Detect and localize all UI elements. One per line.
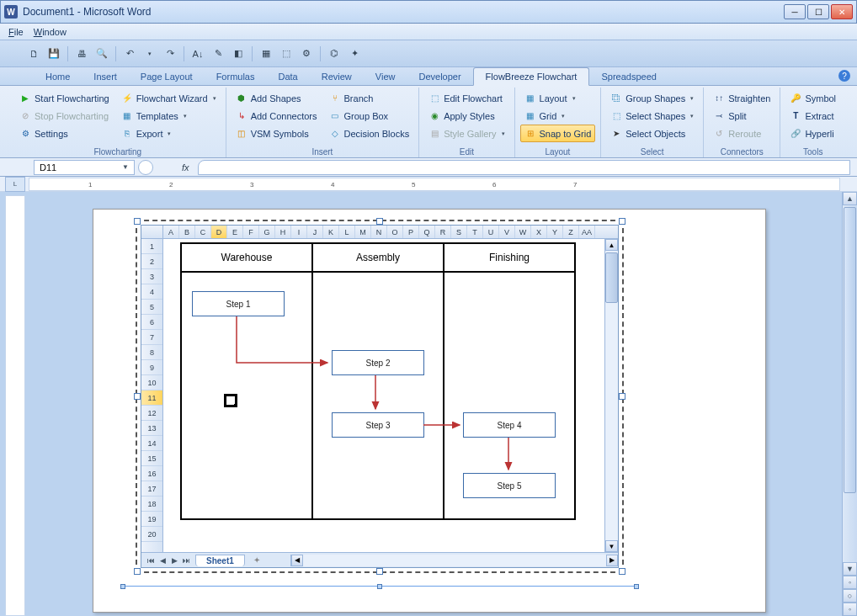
minimize-button[interactable]: ─ xyxy=(784,4,806,19)
straighten-button[interactable]: ↕↑Straighten xyxy=(709,89,774,107)
page-down-icon[interactable]: ◦ xyxy=(843,603,857,616)
select-objects-button[interactable]: ➤Select Objects xyxy=(606,125,698,142)
hyperlink-button[interactable]: 🔗Hyperli xyxy=(785,125,840,142)
vscroll-thumb[interactable] xyxy=(605,252,618,303)
settings-button[interactable]: ⚙Settings xyxy=(15,125,114,142)
tab-formulas[interactable]: Formulas xyxy=(205,68,267,85)
col-header-U[interactable]: U xyxy=(483,226,499,238)
resize-handle-nw[interactable] xyxy=(134,218,141,225)
undo-dropdown-icon[interactable]: ▾ xyxy=(141,45,158,62)
maximize-button[interactable]: ☐ xyxy=(807,4,829,19)
col-header-M[interactable]: M xyxy=(355,226,371,238)
tool-icon[interactable]: ⚙ xyxy=(298,45,315,62)
row-header-2[interactable]: 2 xyxy=(141,254,162,269)
col-header-H[interactable]: H xyxy=(275,226,291,238)
scroll-up-icon[interactable]: ▲ xyxy=(605,239,618,251)
redo-icon[interactable]: ↷ xyxy=(162,45,178,62)
col-header-S[interactable]: S xyxy=(451,226,467,238)
obj-dot-left[interactable] xyxy=(120,584,125,589)
pencil-icon[interactable]: ✎ xyxy=(210,45,226,62)
col-header-R[interactable]: R xyxy=(435,226,451,238)
resize-handle-e[interactable] xyxy=(619,393,625,400)
tab-view[interactable]: View xyxy=(364,68,407,85)
step-3-box[interactable]: Step 3 xyxy=(332,412,424,438)
row-header-18[interactable]: 18 xyxy=(141,497,162,512)
col-header-W[interactable]: W xyxy=(515,226,531,238)
resize-handle-n[interactable] xyxy=(376,218,383,225)
resize-handle-sw[interactable] xyxy=(134,568,141,575)
row-header-17[interactable]: 17 xyxy=(141,481,162,497)
tab-spreadspeed[interactable]: Spreadspeed xyxy=(589,68,668,85)
col-header-D[interactable]: D xyxy=(211,226,227,238)
select-all-corner[interactable] xyxy=(141,226,163,238)
new-sheet-icon[interactable]: ✦ xyxy=(248,555,265,565)
export-button[interactable]: ⎘Export▾ xyxy=(117,125,221,142)
tab-review[interactable]: Review xyxy=(310,68,364,85)
row-header-11[interactable]: 11 xyxy=(141,390,162,406)
save-icon[interactable]: 💾 xyxy=(45,45,62,62)
start-flowcharting-button[interactable]: ▶Start Flowcharting xyxy=(15,89,114,107)
apply-styles-button[interactable]: ◉Apply Styles xyxy=(424,107,508,125)
hierarchy-icon[interactable]: ⌬ xyxy=(326,45,343,62)
group-box-button[interactable]: ▭Group Box xyxy=(325,107,414,125)
col-header-V[interactable]: V xyxy=(499,226,515,238)
col-header-Z[interactable]: Z xyxy=(563,226,579,238)
tab-last-icon[interactable]: ⏭ xyxy=(180,556,192,565)
scroll-left-icon[interactable]: ◀ xyxy=(291,555,303,566)
sheet-tab-1[interactable]: Sheet1 xyxy=(195,555,245,566)
col-header-Y[interactable]: Y xyxy=(547,226,563,238)
tab-next-icon[interactable]: ▶ xyxy=(168,556,180,565)
main-vscrollbar[interactable]: ▲ ▼ ◦ ○ ◦ xyxy=(842,192,857,616)
edit-flowchart-button[interactable]: ⬚Edit Flowchart xyxy=(424,89,508,107)
col-header-G[interactable]: G xyxy=(259,226,275,238)
sort-icon[interactable]: A↓ xyxy=(189,45,206,62)
col-header-N[interactable]: N xyxy=(371,226,387,238)
col-header-T[interactable]: T xyxy=(467,226,483,238)
menu-window[interactable]: Window xyxy=(29,25,72,39)
cells-area[interactable]: Warehouse Assembly Finishing Step 1 xyxy=(163,239,604,552)
group-shapes-button[interactable]: ⿻Group Shapes▾ xyxy=(606,89,698,107)
menu-file[interactable]: File xyxy=(3,25,29,39)
row-header-4[interactable]: 4 xyxy=(141,284,162,300)
templates-button[interactable]: ▦Templates▾ xyxy=(117,107,221,125)
row-header-16[interactable]: 16 xyxy=(141,466,162,481)
style-gallery-button[interactable]: ▤Style Gallery▾ xyxy=(424,125,508,142)
add-connectors-button[interactable]: ↳Add Connectors xyxy=(232,107,322,125)
obj-dot-mid[interactable] xyxy=(377,584,382,589)
col-header-J[interactable]: J xyxy=(307,226,323,238)
step-1-box[interactable]: Step 1 xyxy=(192,291,285,316)
embedded-spreadsheet[interactable]: ABCDEFGHIJKLMNOPQRSTUVWXYZAA 12345678910… xyxy=(136,220,624,573)
main-scroll-down-icon[interactable]: ▼ xyxy=(843,562,857,576)
flowchart-wizard-button[interactable]: ⚡Flowchart Wizard▾ xyxy=(117,89,221,107)
browse-object-icon[interactable]: ○ xyxy=(843,589,857,603)
row-header-7[interactable]: 7 xyxy=(141,330,162,345)
close-button[interactable]: ✕ xyxy=(831,4,853,19)
col-header-O[interactable]: O xyxy=(387,226,403,238)
sparkle-icon[interactable]: ✦ xyxy=(346,45,363,62)
resize-handle-s[interactable] xyxy=(376,568,383,575)
row-header-3[interactable]: 3 xyxy=(141,269,162,284)
col-header-AA[interactable]: AA xyxy=(579,226,595,238)
row-header-15[interactable]: 15 xyxy=(141,451,162,466)
symbol-button[interactable]: 🔑Symbol xyxy=(785,89,840,107)
col-header-K[interactable]: K xyxy=(323,226,339,238)
row-header-9[interactable]: 9 xyxy=(141,360,162,375)
col-header-A[interactable]: A xyxy=(163,226,179,238)
help-icon[interactable]: ? xyxy=(838,70,850,82)
col-header-C[interactable]: C xyxy=(195,226,211,238)
formula-input[interactable] xyxy=(198,160,850,175)
row-header-10[interactable]: 10 xyxy=(141,375,162,390)
scroll-down-icon[interactable]: ▼ xyxy=(605,540,618,552)
resize-handle-w[interactable] xyxy=(134,393,141,400)
row-header-5[interactable]: 5 xyxy=(141,300,162,315)
page-up-icon[interactable]: ◦ xyxy=(843,576,857,589)
main-scroll-up-icon[interactable]: ▲ xyxy=(843,192,857,205)
step-4-box[interactable]: Step 4 xyxy=(463,412,556,438)
select-shapes-button[interactable]: ⬚Select Shapes▾ xyxy=(606,107,698,125)
tab-page-layout[interactable]: Page Layout xyxy=(129,68,205,85)
row-header-20[interactable]: 20 xyxy=(141,527,162,542)
resize-handle-se[interactable] xyxy=(619,568,625,575)
step-5-box[interactable]: Step 5 xyxy=(463,473,556,498)
snap-to-grid-button[interactable]: ⊞Snap to Grid xyxy=(520,125,596,142)
row-header-14[interactable]: 14 xyxy=(141,436,162,451)
